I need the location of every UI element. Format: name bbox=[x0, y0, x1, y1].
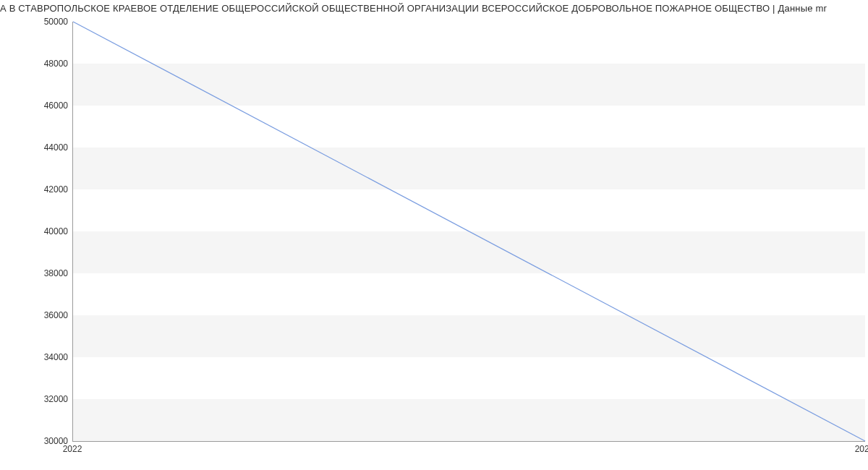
plot-area bbox=[72, 22, 865, 442]
y-tick-label: 34000 bbox=[25, 352, 68, 362]
y-tick-label: 30000 bbox=[25, 436, 68, 446]
chart-title: А В СТАВРОПОЛЬСКОЕ КРАЕВОЕ ОТДЕЛЕНИЕ ОБЩ… bbox=[0, 3, 868, 14]
y-tick-label: 40000 bbox=[25, 226, 68, 236]
y-tick-label: 36000 bbox=[25, 310, 68, 320]
y-tick-label: 32000 bbox=[25, 394, 68, 404]
chart-container: А В СТАВРОПОЛЬСКОЕ КРАЕВОЕ ОТДЕЛЕНИЕ ОБЩ… bbox=[0, 0, 868, 470]
y-tick-label: 42000 bbox=[25, 184, 68, 195]
y-tick-label: 50000 bbox=[25, 17, 68, 27]
y-tick-label: 46000 bbox=[25, 101, 68, 111]
x-tick-label: 2024 bbox=[855, 444, 868, 454]
line-layer bbox=[73, 22, 865, 441]
data-line bbox=[73, 22, 865, 441]
x-tick-label: 2022 bbox=[63, 444, 82, 454]
y-tick-label: 48000 bbox=[25, 59, 68, 69]
y-tick-label: 44000 bbox=[25, 142, 68, 153]
y-tick-label: 38000 bbox=[25, 268, 68, 278]
